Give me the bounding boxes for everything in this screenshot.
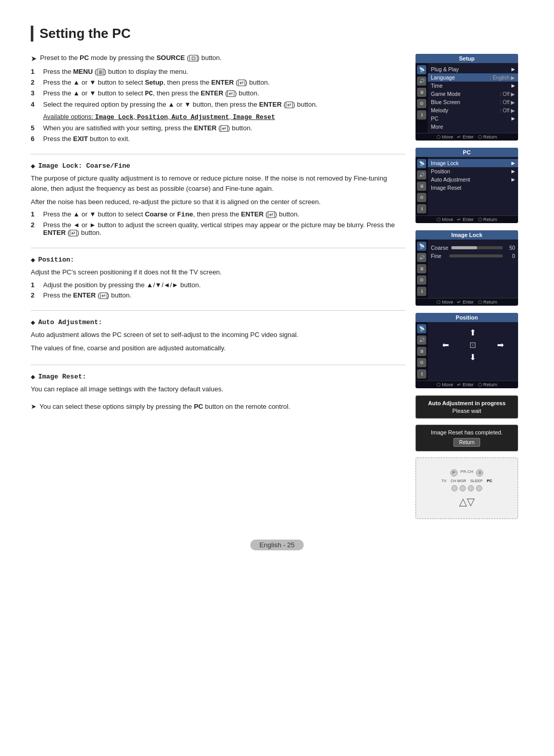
icon-info: ℹ: [417, 110, 426, 120]
remote-label-row: TV CH MGR SLEEP PC: [442, 479, 492, 483]
image-reset-box: Image Reset has completed. Return: [416, 425, 518, 451]
step-5: 5 When you are satisfied with your setti…: [31, 124, 405, 132]
il-icon-5: ℹ: [417, 287, 426, 296]
auto-adjustment-section: ◆ Auto Adjustment: Auto adjustment allow…: [31, 310, 405, 353]
setup-menu-title: Setup: [416, 54, 518, 63]
setup-item-time: Time▶: [431, 82, 515, 90]
il-icon-3: 🖥: [417, 264, 426, 273]
remote-btn-2: [460, 485, 466, 491]
pos-icon-1: 📡: [417, 324, 426, 333]
remote-btn-1: [451, 485, 458, 491]
right-column: Setup 📡 🔊 🖥 ⚙ ℹ Plug & Play▶ Language: E…: [416, 54, 523, 519]
page-number: English - 25: [250, 540, 304, 550]
page-footer: English - 25: [31, 540, 523, 550]
position-panel: Position 📡 🔊 🖥 ⚙ ℹ ⬆ ⬅ ⊡ ➡: [416, 313, 518, 388]
setup-menu-panel: Setup 📡 🔊 🖥 ⚙ ℹ Plug & Play▶ Language: E…: [416, 54, 518, 141]
pos-icon-3: 🖥: [417, 347, 426, 356]
footer-note: ➤ You can select these options simply by…: [31, 403, 405, 410]
arrow-icon: ➤: [31, 54, 37, 63]
page-title: Setting the PC: [31, 26, 523, 42]
pc-icon-1: 📡: [417, 159, 426, 168]
coarse-track: [451, 246, 503, 249]
pos-icon-5: ℹ: [417, 369, 426, 379]
position-panel-title: Position: [416, 313, 518, 322]
diamond-icon: ◆: [31, 162, 35, 170]
auto-adj-line2: Please wait: [422, 408, 511, 414]
pc-item-image-lock: Image Lock▶: [428, 159, 518, 167]
pos-right-arrow: ➡: [497, 340, 504, 350]
pos-icon-4: ⚙: [417, 358, 426, 367]
pc-icon-4: ⚙: [417, 193, 426, 202]
pc-menu-title: PC: [416, 148, 518, 157]
image-reset-text: You can replace all image settings with …: [31, 384, 405, 394]
remote-inner: P PR.CH 0 TV CH MGR SLEEP PC: [439, 466, 496, 511]
position-header: ◆ Position:: [31, 255, 405, 264]
image-lock-text-1: The purpose of picture quality adjustmen…: [31, 173, 405, 194]
image-reset-line1: Image Reset has completed.: [422, 429, 511, 435]
diamond-icon-4: ◆: [31, 372, 35, 381]
il-step-2: 2 Press the ◄ or ► button to adjust the …: [31, 221, 405, 236]
pc-menu-panel: PC 📡 🔊 🖥 ⚙ ℹ Image Lock▶ Position▶ Auto …: [416, 148, 518, 223]
il-icons: 📡 🔊 🖥 ⚙ ℹ: [416, 240, 428, 298]
pc-menu-items: Image Lock▶ Position▶ Auto Adjustment▶ I…: [428, 157, 518, 215]
diamond-icon-2: ◆: [31, 255, 35, 264]
image-lock-text-2: After the noise has been reduced, re-adj…: [31, 197, 405, 207]
pc-icon-5: ℹ: [417, 204, 426, 213]
setup-menu-icons: 📡 🔊 🖥 ⚙ ℹ: [416, 63, 428, 133]
pos-grid-container: ⬆ ⬅ ⊡ ➡ ⬇: [428, 322, 518, 381]
setup-item-plug-play: Plug & Play▶: [431, 65, 515, 73]
pc-item-position: Position▶: [431, 167, 515, 175]
pos-up-arrow: ⬆: [469, 328, 476, 337]
setup-item-pc: PC▶: [431, 114, 515, 123]
pc-menu-footer: ⬡ Move↵ Enter⬡ Return: [416, 215, 518, 223]
left-column: ➤ Preset to the PC mode by pressing the …: [31, 54, 405, 519]
pos-step-1: 1 Adjust the position by pressing the ▲/…: [31, 281, 405, 289]
pos-icons: 📡 🔊 🖥 ⚙ ℹ: [416, 322, 428, 381]
remote-tv-label: TV: [442, 479, 447, 483]
position-section: ◆ Position: Adjust the PC's screen posit…: [31, 248, 405, 299]
pos-left-arrow: ⬅: [442, 340, 449, 350]
pc-item-auto-adj: Auto Adjustment▶: [431, 175, 515, 184]
pos-center-icon: ⊡: [469, 340, 476, 350]
remote-btn-4: [476, 485, 482, 491]
pos-step-2: 2 Press the ENTER (↵) button.: [31, 291, 405, 299]
image-lock-section: ◆ Image Lock: Coarse/Fine The purpose of…: [31, 154, 405, 236]
setup-item-game-mode: Game Mode: Off ▶: [431, 90, 515, 98]
return-button[interactable]: Return: [453, 438, 480, 447]
remote-nav: △▽: [459, 495, 474, 508]
intro-text: ➤ Preset to the PC mode by pressing the …: [31, 54, 405, 63]
image-lock-panel-title: Image Lock: [416, 230, 518, 240]
remote-circle-row: [451, 485, 482, 491]
il-icon-4: ⚙: [417, 275, 426, 285]
remote-sleep-label: SLEEP: [470, 479, 483, 483]
diamond-icon-3: ◆: [31, 318, 35, 327]
position-grid: ⬆ ⬅ ⊡ ➡ ⬇: [430, 324, 516, 365]
setup-menu-items: Plug & Play▶ Language: English ▶ Time▶ G…: [428, 63, 518, 133]
il-fine-bar: Fine 0: [431, 252, 515, 260]
il-footer: ⬡ Move↵ Enter⬡ Return: [416, 298, 518, 306]
icon-settings: ⚙: [417, 99, 426, 108]
setup-item-language: Language: English ▶: [428, 73, 518, 82]
auto-adj-text-1: Auto adjustment allows the PC screen of …: [31, 330, 405, 340]
remote-pc-label: PC: [487, 479, 492, 483]
step-1: 1 Press the MENU (⊞) button to display t…: [31, 68, 405, 75]
fine-track: [449, 254, 503, 257]
il-step-1: 1 Press the ▲ or ▼ button to select Coar…: [31, 210, 405, 218]
position-text: Adjust the PC's screen positioning if it…: [31, 267, 405, 277]
pos-down-arrow: ⬇: [469, 352, 476, 362]
step-3: 3 Press the ▲ or ▼ button to select PC, …: [31, 89, 405, 97]
remote-top-row: P PR.CH 0: [450, 469, 484, 476]
image-reset-header: ◆ Image Reset:: [31, 372, 405, 381]
pc-icon-3: 🖥: [417, 182, 426, 191]
setup-item-more: More: [431, 123, 515, 131]
image-lock-header: ◆ Image Lock: Coarse/Fine: [31, 162, 405, 170]
image-lock-panel: Image Lock 📡 🔊 🖥 ⚙ ℹ Coarse 50: [416, 230, 518, 306]
auto-adj-header: ◆ Auto Adjustment:: [31, 318, 405, 327]
available-options: Available options: Image Lock, Position,…: [43, 113, 405, 121]
pc-item-image-reset: Image Reset: [431, 184, 515, 192]
step-4: 4 Select the required option by pressing…: [31, 101, 405, 108]
il-icon-1: 📡: [417, 242, 426, 251]
remote-btn-3: [468, 485, 474, 491]
coarse-fill: [451, 246, 477, 249]
icon-antenna: 📡: [417, 65, 426, 74]
